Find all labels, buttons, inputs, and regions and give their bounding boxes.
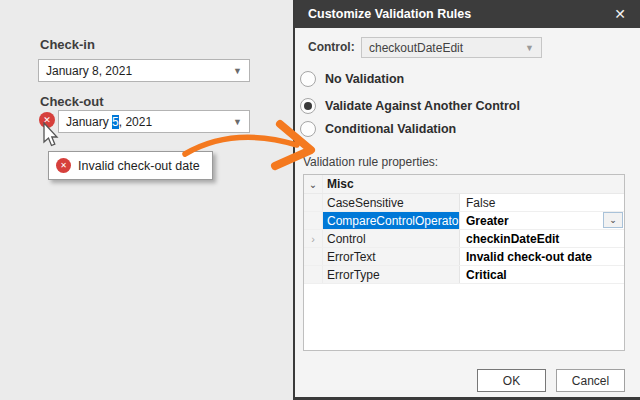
property-value[interactable]: False	[460, 194, 624, 211]
property-row-casesensitive[interactable]: CaseSensitive False	[304, 194, 624, 212]
tooltip-text: Invalid check-out date	[78, 159, 200, 173]
radio-icon-selected[interactable]	[300, 98, 316, 114]
property-grid: ⌄ Misc CaseSensitive False CompareContro…	[303, 174, 625, 351]
checkin-date-edit[interactable]: January 8, 2021 ▼	[38, 59, 250, 82]
dropdown-arrow-icon[interactable]: ▼	[233, 66, 242, 76]
property-value[interactable]: Invalid check-out date	[460, 248, 624, 265]
close-icon[interactable]: ✕	[610, 4, 630, 24]
value-dropdown-button[interactable]: ⌄	[603, 212, 623, 228]
property-value[interactable]: checkinDateEdit	[460, 230, 624, 247]
property-name[interactable]: Control	[323, 230, 460, 247]
error-icon: ✕	[39, 112, 55, 128]
property-row-errortext[interactable]: ErrorText Invalid check-out date	[304, 248, 624, 266]
checkin-date-value: January 8, 2021	[46, 64, 132, 78]
control-combobox-value: checkoutDateEdit	[369, 41, 463, 55]
dialog-titlebar[interactable]: Customize Validation Rules	[295, 0, 640, 28]
error-icon: ✕	[56, 158, 71, 173]
checkout-date-value: January 5, 2021	[66, 115, 152, 129]
property-name[interactable]: CaseSensitive	[323, 194, 460, 211]
customize-validation-rules-dialog: Customize Validation Rules ✕ Control: ch…	[293, 0, 640, 400]
property-name[interactable]: ErrorType	[323, 266, 460, 283]
dropdown-arrow-icon: ▼	[525, 43, 534, 53]
checkin-label: Check-in	[40, 37, 95, 52]
control-combobox: checkoutDateEdit ▼	[361, 37, 542, 58]
radio-label: Conditional Validation	[325, 122, 456, 136]
property-category-misc[interactable]: ⌄ Misc	[304, 175, 624, 194]
radio-conditional-validation[interactable]: Conditional Validation	[300, 120, 456, 138]
radio-label: No Validation	[325, 72, 404, 86]
radio-icon[interactable]	[300, 71, 316, 87]
cancel-button[interactable]: Cancel	[556, 369, 625, 392]
property-row-errortype[interactable]: ErrorType Critical	[304, 266, 624, 284]
property-row-comparecontroloperator[interactable]: CompareControlOperator Greater ⌄	[304, 212, 624, 230]
radio-no-validation[interactable]: No Validation	[300, 70, 404, 88]
error-tooltip: ✕ Invalid check-out date	[48, 151, 213, 180]
property-value[interactable]: Greater ⌄	[460, 212, 624, 229]
dialog-title: Customize Validation Rules	[308, 7, 471, 21]
category-name: Misc	[323, 175, 460, 193]
checkout-label: Check-out	[40, 94, 104, 109]
property-row-control[interactable]: › Control checkinDateEdit	[304, 230, 624, 248]
property-name[interactable]: CompareControlOperator	[323, 212, 460, 229]
checkout-date-edit[interactable]: January 5, 2021 ▼	[58, 110, 250, 133]
radio-icon[interactable]	[300, 121, 316, 137]
property-value[interactable]: Critical	[460, 266, 624, 283]
dropdown-arrow-icon[interactable]: ▼	[233, 117, 242, 127]
property-name[interactable]: ErrorText	[323, 248, 460, 265]
chevron-right-icon[interactable]: ›	[311, 233, 315, 245]
chevron-down-icon[interactable]: ⌄	[304, 175, 323, 193]
radio-validate-against-another-control[interactable]: Validate Against Another Control	[300, 97, 520, 115]
control-label: Control:	[308, 40, 355, 54]
screenshot-root: Check-in January 8, 2021 ▼ Check-out ✕ J…	[0, 0, 640, 400]
radio-label: Validate Against Another Control	[325, 99, 520, 113]
validation-rule-properties-label: Validation rule properties:	[303, 155, 438, 169]
selected-text: 5	[112, 115, 119, 129]
ok-button[interactable]: OK	[477, 369, 546, 392]
